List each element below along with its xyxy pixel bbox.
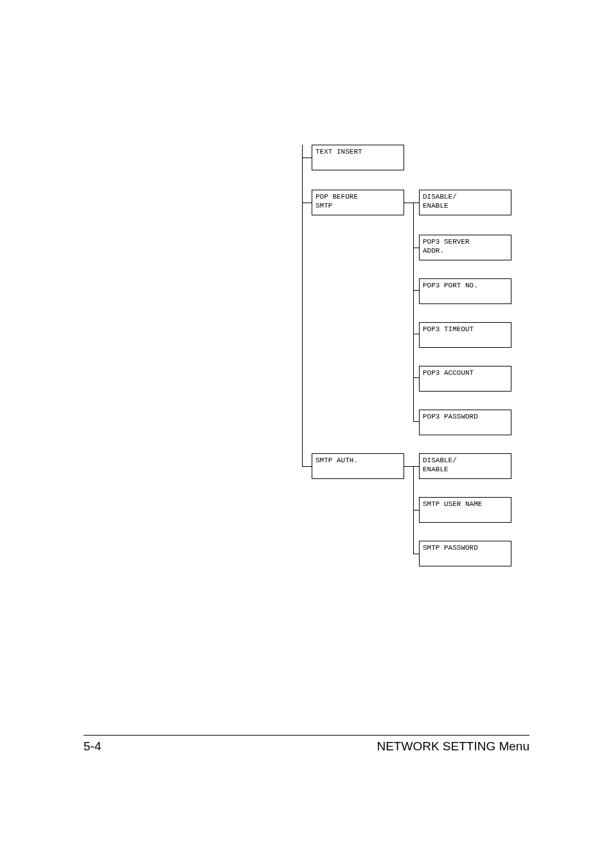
label: SMTP PASSWORD [423,544,478,552]
menu-item-pop-disable-enable: DISABLE/ ENABLE [419,190,511,215]
page-title: NETWORK SETTING Menu [377,739,529,754]
label: SMTP USER NAME [423,500,482,508]
menu-item-smtp-auth: SMTP AUTH. [312,453,404,479]
menu-item-smtp-disable-enable: DISABLE/ ENABLE [419,453,511,479]
menu-item-smtp-password: SMTP PASSWORD [419,541,511,566]
label: POP BEFORE SMTP [315,193,358,210]
label: POP3 PASSWORD [423,413,478,420]
menu-item-pop3-port-no: POP3 PORT NO. [419,278,511,304]
menu-item-text-insert: TEXT INSERT [312,145,404,170]
menu-item-pop-before-smtp: POP BEFORE SMTP [312,190,404,215]
menu-tree-diagram: TEXT INSERT POP BEFORE SMTP SMTP AUTH. D… [225,145,527,608]
page-number: 5-4 [84,739,101,754]
menu-item-pop3-account: POP3 ACCOUNT [419,366,511,392]
label: POP3 SERVER ADDR. [423,238,470,255]
label: SMTP AUTH. [315,457,358,464]
menu-item-pop3-server-addr: POP3 SERVER ADDR. [419,235,511,260]
menu-item-pop3-timeout: POP3 TIMEOUT [419,322,511,348]
label: POP3 TIMEOUT [423,325,474,333]
menu-item-pop3-password: POP3 PASSWORD [419,410,511,435]
menu-item-smtp-user-name: SMTP USER NAME [419,497,511,523]
label: POP3 ACCOUNT [423,369,474,377]
label: TEXT INSERT [315,148,362,156]
page: TEXT INSERT POP BEFORE SMTP SMTP AUTH. D… [0,0,613,868]
page-footer: 5-4 NETWORK SETTING Menu [84,735,529,754]
label: POP3 PORT NO. [423,282,478,289]
label: DISABLE/ ENABLE [423,193,457,210]
label: DISABLE/ ENABLE [423,457,457,473]
